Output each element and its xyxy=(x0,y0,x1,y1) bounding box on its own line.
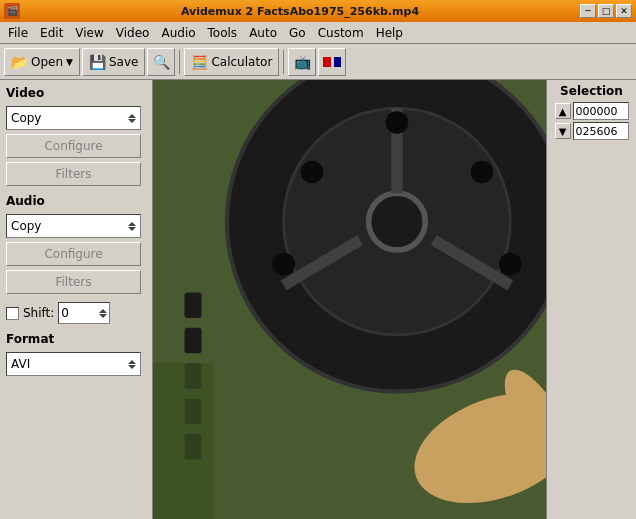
menu-go[interactable]: Go xyxy=(283,24,312,42)
format-select[interactable]: AVI xyxy=(6,352,141,376)
menu-custom[interactable]: Custom xyxy=(312,24,370,42)
menu-video[interactable]: Video xyxy=(110,24,156,42)
menu-audio[interactable]: Audio xyxy=(155,24,201,42)
menu-help[interactable]: Help xyxy=(370,24,409,42)
display-button[interactable]: 📺 xyxy=(288,48,316,76)
shift-checkbox[interactable] xyxy=(6,307,19,320)
selection-label: Selection xyxy=(560,84,623,98)
selection-b-row: ▼ 025606 xyxy=(555,122,629,140)
minimize-button[interactable]: ─ xyxy=(580,4,596,18)
shift-value: 0 xyxy=(61,306,69,320)
color-button[interactable] xyxy=(318,48,346,76)
shift-arrows xyxy=(99,309,107,318)
format-section-label: Format xyxy=(6,332,146,346)
triangle-down-icon: ▼ xyxy=(559,126,567,137)
arrow-up-icon xyxy=(128,114,136,118)
selection-panel: Selection ▲ 000000 ▼ 025606 xyxy=(546,80,636,519)
svg-point-18 xyxy=(272,253,295,276)
format-up-icon xyxy=(128,360,136,364)
shift-label: Shift: xyxy=(23,306,54,320)
film-scene xyxy=(153,80,546,519)
restore-button[interactable]: □ xyxy=(598,4,614,18)
audio-codec-arrow xyxy=(128,222,136,231)
window-buttons: ─ □ ✕ xyxy=(580,4,632,18)
selection-a-row: ▲ 000000 xyxy=(555,102,629,120)
calculator-label: Calculator xyxy=(211,55,272,69)
open-button[interactable]: 📂 Open ▼ xyxy=(4,48,80,76)
calculator-icon: 🧮 xyxy=(191,54,208,70)
video-filters-button[interactable]: Filters xyxy=(6,162,141,186)
svg-point-3 xyxy=(369,193,426,250)
svg-point-17 xyxy=(301,161,324,184)
shift-up-icon xyxy=(99,309,107,313)
save-label: Save xyxy=(109,55,138,69)
video-preview xyxy=(153,80,546,519)
display-icon: 📺 xyxy=(294,54,311,70)
format-arrows xyxy=(128,360,136,369)
arrow-down-icon xyxy=(128,119,136,123)
open-label: Open xyxy=(31,55,63,69)
video-codec-value: Copy xyxy=(11,111,41,125)
save-icon: 💾 xyxy=(89,54,106,70)
menu-file[interactable]: File xyxy=(2,24,34,42)
audio-codec-select[interactable]: Copy xyxy=(6,214,141,238)
menu-tools[interactable]: Tools xyxy=(202,24,244,42)
toolbar: 📂 Open ▼ 💾 Save 🔍 🧮 Calculator 📺 xyxy=(0,44,636,80)
close-button[interactable]: ✕ xyxy=(616,4,632,18)
video-codec-select[interactable]: Copy xyxy=(6,106,141,130)
app-icon: 🎬 xyxy=(4,3,20,19)
separator-2 xyxy=(283,50,284,74)
audio-configure-button[interactable]: Configure xyxy=(6,242,141,266)
shift-row: Shift: 0 xyxy=(6,302,146,324)
main-area: Video Copy Configure Filters Audio Copy … xyxy=(0,80,636,519)
video-configure-button[interactable]: Configure xyxy=(6,134,141,158)
calculator-button[interactable]: 🧮 Calculator xyxy=(184,48,279,76)
format-value: AVI xyxy=(11,357,30,371)
save-button[interactable]: 💾 Save xyxy=(82,48,145,76)
magnify-button[interactable]: 🔍 xyxy=(147,48,175,76)
separator-1 xyxy=(179,50,180,74)
magnify-icon: 🔍 xyxy=(153,54,170,70)
video-section-label: Video xyxy=(6,86,146,100)
window-title: Avidemux 2 FactsAbo1975_256kb.mp4 xyxy=(20,5,580,18)
shift-value-input[interactable]: 0 xyxy=(58,302,110,324)
selection-b-value: 025606 xyxy=(573,122,629,140)
audio-section-label: Audio xyxy=(6,194,146,208)
svg-rect-7 xyxy=(185,292,202,317)
svg-rect-8 xyxy=(185,328,202,353)
video-codec-arrow xyxy=(128,114,136,123)
titlebar: 🎬 Avidemux 2 FactsAbo1975_256kb.mp4 ─ □ … xyxy=(0,0,636,22)
arrow-down-icon2 xyxy=(128,227,136,231)
left-panel: Video Copy Configure Filters Audio Copy … xyxy=(0,80,153,519)
shift-down-icon xyxy=(99,314,107,318)
menu-view[interactable]: View xyxy=(69,24,109,42)
audio-codec-value: Copy xyxy=(11,219,41,233)
svg-point-15 xyxy=(471,161,494,184)
blue-square-icon xyxy=(334,57,342,67)
menu-edit[interactable]: Edit xyxy=(34,24,69,42)
selection-a-value: 000000 xyxy=(573,102,629,120)
selection-a-icon[interactable]: ▲ xyxy=(555,103,571,119)
menubar: File Edit View Video Audio Tools Auto Go… xyxy=(0,22,636,44)
format-down-icon xyxy=(128,365,136,369)
open-dropdown-icon[interactable]: ▼ xyxy=(66,57,73,67)
preview-svg xyxy=(153,80,546,519)
selection-b-icon[interactable]: ▼ xyxy=(555,123,571,139)
menu-auto[interactable]: Auto xyxy=(243,24,283,42)
audio-filters-button[interactable]: Filters xyxy=(6,270,141,294)
red-square-icon xyxy=(323,57,331,67)
triangle-up-icon: ▲ xyxy=(559,106,567,117)
folder-icon: 📂 xyxy=(11,54,28,70)
svg-rect-19 xyxy=(153,363,213,519)
svg-point-14 xyxy=(386,111,409,134)
arrow-up-icon2 xyxy=(128,222,136,226)
svg-point-16 xyxy=(499,253,522,276)
